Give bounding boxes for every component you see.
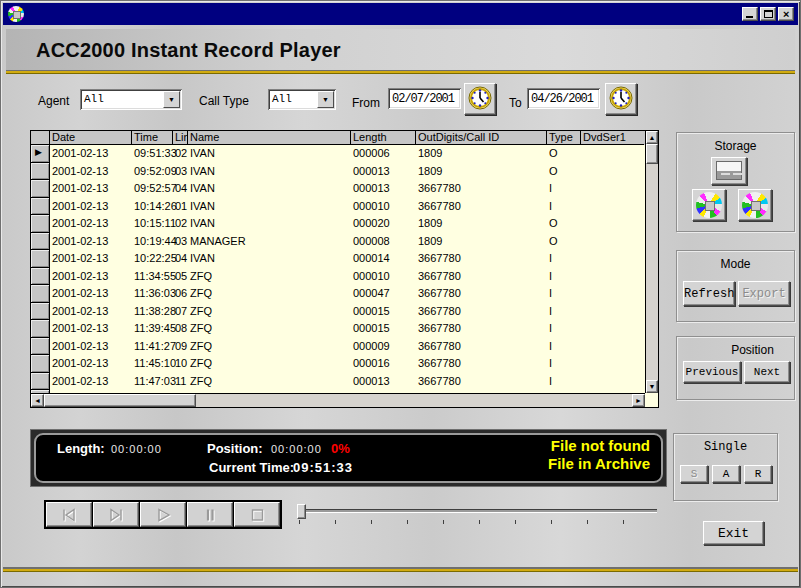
row-selector[interactable] [31,233,50,251]
to-calendar-button[interactable] [605,83,637,115]
row-selector[interactable] [31,198,50,216]
row-selector[interactable] [31,215,50,233]
cell-line: 03 [173,233,188,251]
from-calendar-button[interactable] [464,83,496,115]
position-label: Position [677,343,794,357]
call-type-select[interactable]: All ▼ [268,89,336,110]
titlebar[interactable]: × [3,3,798,25]
cell-name: IVAN [188,215,351,233]
row-selector[interactable] [31,163,50,181]
cell-dvdser1 [581,250,644,268]
scroll-right-button[interactable]: ► [632,394,645,407]
table-row[interactable]: 2001-02-1309:52:5704IVAN0000133667780I [31,180,645,198]
column-header-time[interactable]: Time [132,131,173,145]
row-selector[interactable] [31,285,50,303]
table-row[interactable]: 2001-02-1310:19:4403MANAGER0000081809O [31,233,645,251]
stop-button[interactable] [234,502,280,527]
vertical-scrollbar[interactable]: ▲ ▼ [645,131,658,393]
table-row[interactable]: 2001-02-1309:52:0903IVAN0000131809O [31,163,645,181]
cell-outdigits-call-id: 3667780 [416,180,547,198]
export-button[interactable]: Export [738,281,790,306]
play-button[interactable] [140,502,186,527]
pause-button[interactable] [187,502,233,527]
skip-to-start-button[interactable] [46,502,92,527]
table-row[interactable]: 2001-02-1311:39:4508ZFQ0000153667780I [31,320,645,338]
cell-type: I [547,338,581,356]
table-row[interactable]: 2001-02-1310:15:1102IVAN0000201809O [31,215,645,233]
cell-line: 08 [173,320,188,338]
cd-storage-button-1[interactable] [692,189,726,221]
table-row[interactable]: 2001-02-1310:22:2504IVAN0000143667780I [31,250,645,268]
horizontal-scrollbar[interactable]: ◄ ► [31,393,645,407]
to-label: To [509,96,522,110]
to-date-input[interactable]: 04/26/2001 [527,88,600,109]
slider-thumb[interactable] [297,504,306,519]
scroll-left-button[interactable]: ◄ [31,394,44,407]
table-row[interactable]: 2001-02-1311:41:2709ZFQ0000093667780I [31,338,645,356]
vertical-scroll-thumb[interactable] [646,144,658,164]
exit-button[interactable]: Exit [703,521,764,545]
row-selector[interactable]: ▶ [31,145,50,163]
cell-line: 01 [173,198,188,216]
single-a-button[interactable]: A [712,465,740,483]
maximize-button[interactable] [760,7,776,21]
cell-date: 2001-02-13 [50,338,132,356]
cell-line: 10 [173,355,188,373]
cell-time: 11:38:28 [132,303,173,321]
harddisk-storage-button[interactable] [711,157,747,185]
cell-type: I [547,373,581,391]
table-row[interactable]: 2001-02-1311:36:0306ZFQ0000473667780I [31,285,645,303]
cell-name: ZFQ [188,285,351,303]
column-header-length[interactable]: Length [351,131,416,145]
row-selector[interactable] [31,268,50,286]
scroll-up-button[interactable]: ▲ [646,131,658,144]
cell-time: 10:22:25 [132,250,173,268]
single-s-button[interactable]: S [680,465,708,483]
seek-slider[interactable] [293,502,661,528]
cd-storage-button-2[interactable] [738,189,772,221]
cell-type: I [547,180,581,198]
table-row[interactable]: 2001-02-1310:14:2601IVAN0000103667780I [31,198,645,216]
column-header-type[interactable]: Type [547,131,581,145]
cell-line: 06 [173,285,188,303]
next-button[interactable]: Next [744,361,790,383]
table-row[interactable]: 2001-02-1311:45:1010ZFQ0000163667780I [31,355,645,373]
column-header-line[interactable]: Line [173,131,188,145]
skip-to-end-button[interactable] [93,502,139,527]
row-selector[interactable] [31,373,50,391]
refresh-button[interactable]: Refresh [683,281,735,306]
close-button[interactable]: × [778,7,794,21]
scroll-down-button[interactable]: ▼ [646,380,658,393]
cell-dvdser1 [581,145,644,163]
row-selector[interactable] [31,320,50,338]
position-percent: 0% [331,441,350,456]
row-selector[interactable] [31,355,50,373]
column-header-dvdser1[interactable]: DvdSer1 [581,131,644,145]
table-row[interactable]: 2001-02-1311:47:0311ZFQ0000133667780I [31,373,645,391]
row-selector[interactable] [31,303,50,321]
cell-length: 000047 [351,285,416,303]
table-row[interactable]: 2001-02-1311:34:5505ZFQ0000103667780I [31,268,645,286]
cell-date: 2001-02-13 [50,268,132,286]
row-selector[interactable] [31,250,50,268]
current-time-value: 09:51:33 [293,460,353,475]
horizontal-scroll-thumb[interactable] [44,394,196,407]
row-selector[interactable] [31,180,50,198]
from-date-input[interactable]: 02/07/2001 [388,88,461,109]
cell-line: 02 [173,215,188,233]
column-header-name[interactable]: Name [188,131,351,145]
chevron-down-icon[interactable]: ▼ [163,91,180,108]
single-r-button[interactable]: R [744,465,772,483]
minimize-button[interactable] [742,7,758,21]
agent-select[interactable]: All ▼ [80,89,182,110]
skip-end-icon [106,508,126,522]
column-header-outdigits-call-id[interactable]: OutDigits/Call ID [416,131,547,145]
gold-rule-bottom [3,567,798,572]
previous-button[interactable]: Previous [683,361,741,383]
column-header-date[interactable]: Date [50,131,132,145]
table-row[interactable]: 2001-02-1311:38:2807ZFQ0000153667780I [31,303,645,321]
cell-dvdser1 [581,180,644,198]
chevron-down-icon[interactable]: ▼ [317,91,334,108]
row-selector[interactable] [31,338,50,356]
table-row[interactable]: ▶2001-02-1309:51:3302IVAN0000061809O [31,145,645,163]
